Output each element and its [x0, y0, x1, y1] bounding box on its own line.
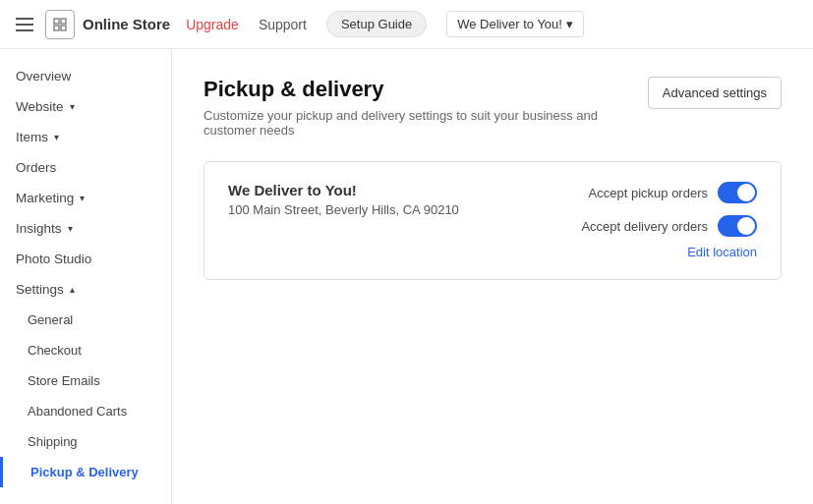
support-link[interactable]: Support — [259, 17, 307, 32]
sidebar-item-abandoned-carts[interactable]: Abandoned Carts — [0, 396, 171, 426]
pickup-toggle-row: Accept pickup orders — [589, 182, 757, 203]
sidebar-item-overview[interactable]: Overview — [0, 61, 171, 91]
svg-rect-0 — [54, 19, 59, 24]
chevron-down-icon: ▾ — [80, 193, 85, 203]
location-card: We Deliver to You! 100 Main Street, Beve… — [203, 161, 782, 280]
chevron-down-icon: ▾ — [70, 101, 75, 112]
location-info: We Deliver to You! 100 Main Street, Beve… — [228, 182, 459, 217]
accept-pickup-label: Accept pickup orders — [589, 186, 708, 200]
advanced-settings-button[interactable]: Advanced settings — [648, 77, 782, 109]
app-title: Online Store — [83, 16, 170, 32]
sidebar-item-settings[interactable]: Settings ▴ — [0, 274, 171, 305]
location-name: We Deliver to You! — [228, 182, 459, 198]
location-inner: We Deliver to You! 100 Main Street, Beve… — [228, 182, 757, 259]
pickup-toggle[interactable] — [718, 182, 757, 203]
chevron-down-icon: ▾ — [68, 223, 73, 234]
accept-delivery-label: Accept delivery orders — [581, 219, 708, 234]
header-text: Pickup & delivery Customize your pickup … — [203, 77, 648, 138]
sidebar-item-marketing[interactable]: Marketing ▾ — [0, 183, 171, 213]
setup-guide-button[interactable]: Setup Guide — [326, 11, 427, 37]
svg-rect-2 — [54, 26, 59, 30]
nav-brand: Online Store — [45, 10, 170, 39]
sidebar: Overview Website ▾ Items ▾ Orders Market… — [0, 49, 172, 504]
sidebar-item-items[interactable]: Items ▾ — [0, 122, 171, 152]
main-content: Pickup & delivery Customize your pickup … — [172, 49, 813, 504]
sidebar-item-orders[interactable]: Orders — [0, 152, 171, 183]
delivery-toggle-row: Accept delivery orders — [581, 215, 757, 237]
chevron-down-icon: ▾ — [54, 132, 59, 142]
sidebar-item-shipping[interactable]: Shipping — [0, 426, 171, 457]
edit-location-link[interactable]: Edit location — [581, 245, 757, 259]
delivery-toggle[interactable] — [718, 215, 757, 237]
sidebar-item-general[interactable]: General — [0, 305, 171, 335]
sidebar-item-insights[interactable]: Insights ▾ — [0, 213, 171, 244]
sidebar-item-photo-studio[interactable]: Photo Studio — [0, 244, 171, 274]
content-header: Pickup & delivery Customize your pickup … — [203, 77, 782, 138]
page-title: Pickup & delivery — [203, 77, 648, 102]
chevron-up-icon: ▴ — [70, 284, 75, 295]
sidebar-item-checkout[interactable]: Checkout — [0, 335, 171, 365]
location-controls: Accept pickup orders Accept delivery ord… — [581, 182, 757, 237]
svg-rect-3 — [61, 26, 66, 30]
store-selector-button[interactable]: We Deliver to You! ▾ — [446, 11, 583, 37]
svg-rect-1 — [61, 19, 66, 24]
sidebar-item-store-emails[interactable]: Store Emails — [0, 365, 171, 396]
upgrade-link[interactable]: Upgrade — [186, 17, 239, 32]
sidebar-item-website[interactable]: Website ▾ — [0, 91, 171, 122]
sidebar-item-pickup-delivery[interactable]: Pickup & Delivery — [0, 457, 171, 487]
app-logo-icon — [45, 10, 75, 39]
nav-links: Upgrade Support Setup Guide We Deliver t… — [186, 11, 583, 37]
hamburger-menu[interactable] — [16, 18, 33, 31]
top-nav: Online Store Upgrade Support Setup Guide… — [0, 0, 813, 49]
controls-section: Accept pickup orders Accept delivery ord… — [581, 182, 757, 259]
main-layout: Overview Website ▾ Items ▾ Orders Market… — [0, 49, 813, 504]
location-address: 100 Main Street, Beverly Hills, CA 90210 — [228, 202, 459, 217]
page-subtitle: Customize your pickup and delivery setti… — [203, 108, 648, 138]
